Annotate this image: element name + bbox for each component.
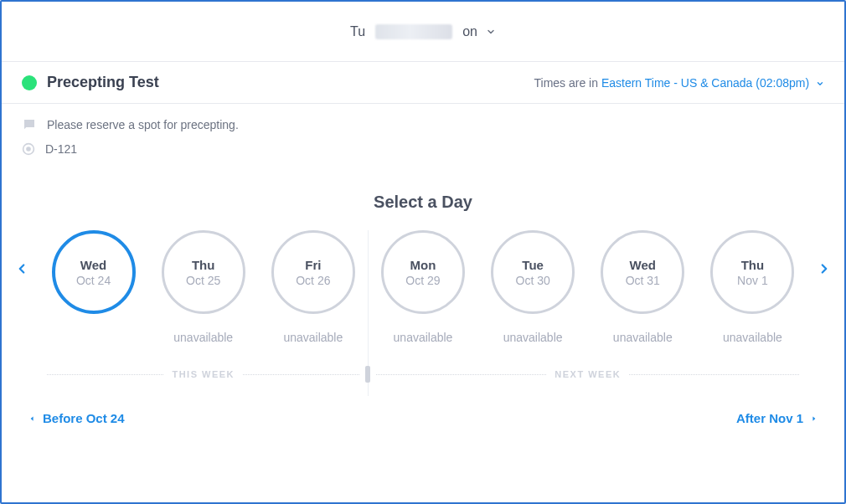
day-status: unavailable <box>613 331 673 346</box>
select-day-heading: Select a Day <box>2 193 844 212</box>
day-weekday: Fri <box>305 258 321 272</box>
user-dropdown[interactable]: Tu on <box>350 24 496 39</box>
timezone-select[interactable]: Eastern Time - US & Canada (02:08pm) <box>601 76 824 90</box>
day-item: ThuNov 1unavailable <box>698 230 807 346</box>
chevron-down-icon <box>486 27 496 37</box>
before-range-button[interactable]: Before Oct 24 <box>28 411 125 425</box>
day-list: WedOct 24ThuOct 25unavailableFriOct 26un… <box>39 230 807 346</box>
after-range-label: After Nov 1 <box>736 411 803 425</box>
subheader: Precepting Test Times are in Eastern Tim… <box>2 62 844 104</box>
next-days-button[interactable] <box>807 230 841 280</box>
event-location: D-121 <box>45 142 77 156</box>
svg-marker-3 <box>812 416 815 420</box>
user-name-prefix: Tu <box>350 24 365 39</box>
day-weekday: Tue <box>522 258 544 272</box>
svg-marker-2 <box>31 416 34 420</box>
week-separator-knob <box>365 366 370 383</box>
week-label-row: THIS WEEK NEXT WEEK <box>39 369 807 379</box>
day-item: MonOct 29unavailable <box>368 230 477 346</box>
day-weekday: Mon <box>410 258 436 272</box>
day-option-unavailable: ThuOct 25 <box>162 230 245 314</box>
triangle-right-icon <box>810 413 818 424</box>
location-radio-icon <box>22 142 35 156</box>
day-date: Oct 31 <box>626 274 660 287</box>
day-option-unavailable: WedOct 31 <box>601 230 684 314</box>
after-range-button[interactable]: After Nov 1 <box>736 411 818 425</box>
date-range-nav: Before Oct 24 After Nov 1 <box>2 411 844 425</box>
next-week-label: NEXT WEEK <box>368 369 807 379</box>
timezone-label: Eastern Time - US & Canada (02:08pm) <box>601 76 809 90</box>
day-item: WedOct 31unavailable <box>588 230 698 346</box>
chevron-down-icon <box>816 80 824 88</box>
day-option-unavailable: TueOct 30 <box>491 230 575 314</box>
user-name-redacted <box>375 24 452 39</box>
timezone-prefix: Times are in <box>534 76 601 90</box>
chevron-left-icon <box>14 257 29 280</box>
event-title: Precepting Test <box>47 74 159 91</box>
day-status: unavailable <box>173 331 233 346</box>
message-icon <box>22 117 37 132</box>
day-weekday: Thu <box>192 258 215 272</box>
timezone-row: Times are in Eastern Time - US & Canada … <box>534 76 824 90</box>
status-indicator <box>22 75 37 90</box>
day-status: unavailable <box>723 331 782 346</box>
user-name-suffix: on <box>462 24 477 39</box>
day-option-unavailable: FriOct 26 <box>271 230 355 314</box>
day-item: ThuOct 25unavailable <box>148 230 258 346</box>
triangle-left-icon <box>28 413 36 424</box>
day-option-unavailable: MonOct 29 <box>381 230 465 314</box>
day-weekday: Wed <box>80 258 106 272</box>
event-instruction: Please reserve a spot for precepting. <box>47 118 239 131</box>
day-option-unavailable: ThuNov 1 <box>710 230 794 314</box>
day-carousel: WedOct 24ThuOct 25unavailableFriOct 26un… <box>2 230 844 346</box>
day-option-available[interactable]: WedOct 24 <box>52 230 136 314</box>
booking-window: Tu on Precepting Test Times are in Easte… <box>0 0 846 504</box>
topbar: Tu on <box>2 2 844 62</box>
day-date: Oct 30 <box>516 274 550 287</box>
day-date: Nov 1 <box>737 274 768 287</box>
event-details: Please reserve a spot for precepting. D-… <box>2 104 844 172</box>
day-item: TueOct 30unavailable <box>478 230 588 346</box>
chevron-right-icon <box>817 257 832 280</box>
day-status: unavailable <box>394 331 453 346</box>
before-range-label: Before Oct 24 <box>43 411 125 425</box>
day-status: unavailable <box>283 331 343 346</box>
day-item: WedOct 24 <box>39 230 148 346</box>
day-weekday: Wed <box>630 258 656 272</box>
day-date: Oct 24 <box>76 274 111 287</box>
prev-days-button[interactable] <box>5 230 39 280</box>
this-week-label: THIS WEEK <box>39 369 368 379</box>
day-date: Oct 26 <box>296 274 330 287</box>
day-date: Oct 25 <box>186 274 220 287</box>
day-status: unavailable <box>503 331 563 346</box>
day-item: FriOct 26unavailable <box>258 230 368 346</box>
day-date: Oct 29 <box>405 274 440 287</box>
svg-point-1 <box>26 147 31 152</box>
day-weekday: Thu <box>741 258 765 272</box>
